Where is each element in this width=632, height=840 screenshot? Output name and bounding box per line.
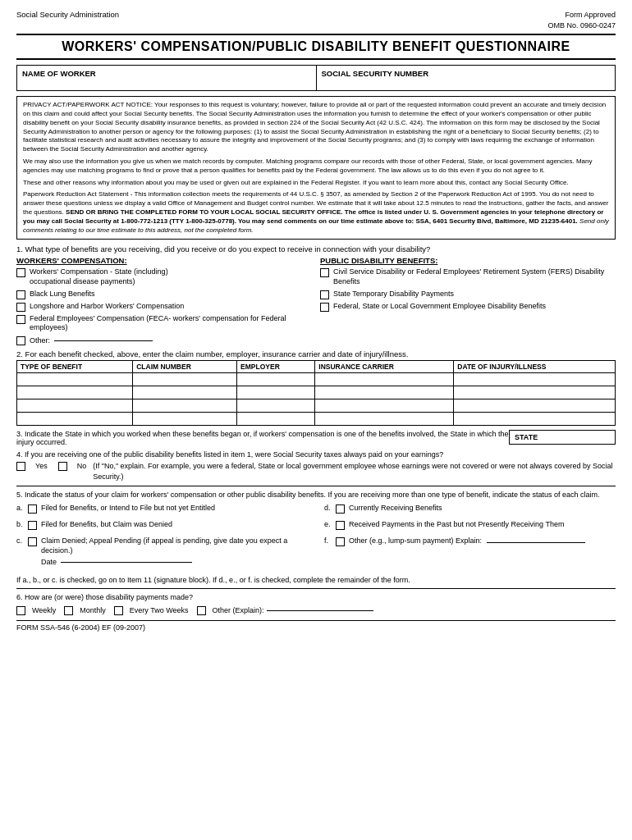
q1-text: What type of benefits are you receiving,… xyxy=(25,244,431,253)
q4-no-checkbox[interactable] xyxy=(58,462,67,471)
q5-col-right: d. Currently Receiving Benefits e. Recei… xyxy=(324,504,616,573)
question-6: 6. How are (or were) those disability pa… xyxy=(16,593,616,615)
q6-other-checkbox[interactable] xyxy=(197,606,206,615)
q6-monthly-label: Monthly xyxy=(80,606,106,614)
main-title: WORKERS' COMPENSATION/PUBLIC DISABILITY … xyxy=(16,34,616,60)
q1-cb-2[interactable] xyxy=(16,290,25,299)
q5-cb-d[interactable] xyxy=(336,504,345,514)
q5-explain-line xyxy=(487,542,585,543)
q4-yes-label: Yes xyxy=(35,462,48,470)
question-2: 2. For each benefit checked, above, ente… xyxy=(16,349,616,426)
q4-section: 4. If you are receiving one of the publi… xyxy=(16,450,616,482)
q5-cb-a[interactable] xyxy=(28,504,37,514)
workers-comp-header: WORKERS' COMPENSATION: xyxy=(16,256,312,265)
form-approved-block: Form Approved OMB No. 0960-0247 xyxy=(547,10,616,30)
name-label: NAME OF WORKER xyxy=(17,66,317,90)
agency-name: Social Security Administration xyxy=(16,10,119,19)
q1-r-cb-1[interactable] xyxy=(320,268,329,277)
privacy-box: PRIVACY ACT/PAPERWORK ACT NOTICE: Your r… xyxy=(16,96,616,240)
divider-1 xyxy=(16,486,616,486)
privacy-p4-text: Paperwork Reduction Act Statement - This… xyxy=(23,190,609,233)
q6-cb-biweekly: Every Two Weeks xyxy=(114,605,189,615)
header-row: Social Security Administration Form Appr… xyxy=(16,10,616,30)
table-header-row: TYPE OF BENEFIT CLAIM NUMBER EMPLOYER IN… xyxy=(17,361,616,373)
q1-r-cb-2[interactable] xyxy=(320,290,329,299)
q5-cb-f[interactable] xyxy=(336,537,345,546)
q6-text: How are (or were) those disability payme… xyxy=(25,593,193,601)
privacy-p3: These and other reasons why information … xyxy=(23,179,609,188)
q5-letter-e: e. xyxy=(324,520,336,528)
q5-section: 5. Indicate the status of your claim for… xyxy=(16,491,616,499)
q5-letter-a: a. xyxy=(16,504,28,512)
q5-cb-b[interactable] xyxy=(28,521,37,530)
q1-two-col: WORKERS' COMPENSATION: Workers' Compensa… xyxy=(16,256,616,345)
q4-explain: (If "No," explain. For example, you were… xyxy=(93,461,616,482)
q5-date-row: Date xyxy=(41,558,308,568)
q1-r-cb-text-2: State Temporary Disability Payments xyxy=(333,290,616,299)
q2-text: For each benefit checked, above, enter t… xyxy=(25,349,409,358)
q1-number: 1. xyxy=(16,244,23,253)
q5-item-b: b. Filed for Benefits, but Claim was Den… xyxy=(16,520,308,530)
col-employer: EMPLOYER xyxy=(237,361,315,373)
q1-r-cb-row-2: State Temporary Disability Payments xyxy=(320,290,616,299)
q6-monthly-checkbox[interactable] xyxy=(64,606,73,615)
q4-yn-row: Yes No (If "No," explain. For example, y… xyxy=(16,461,616,482)
table-row xyxy=(17,413,616,426)
q5-text-e: Received Payments in the Past but not Pr… xyxy=(349,520,616,530)
form-approved-label: Form Approved xyxy=(565,11,616,19)
q4-yes-checkbox[interactable] xyxy=(16,462,25,471)
q5-text-f: Other (e.g., lump-sum payment) Explain: xyxy=(349,536,616,546)
q6-cb-monthly: Monthly xyxy=(64,605,106,615)
q5-text-d: Currently Receiving Benefits xyxy=(349,504,616,514)
q1-cb-1[interactable] xyxy=(16,268,25,277)
q1-cb-row-4: Federal Employees' Compensation (FECA- w… xyxy=(16,314,312,333)
q5-grid: a. Filed for Benefits, or Intend to File… xyxy=(16,504,616,573)
q5-text-c: Claim Denied; Appeal Pending (if appeal … xyxy=(41,536,308,567)
q5-text-a: Filed for Benefits, or Intend to File bu… xyxy=(41,504,308,514)
q4-checkboxes: Yes No xyxy=(16,461,86,471)
q5-col-left: a. Filed for Benefits, or Intend to File… xyxy=(16,504,308,573)
q5-item-d: d. Currently Receiving Benefits xyxy=(324,504,616,514)
divider-2 xyxy=(16,588,616,589)
col-date: DATE OF INJURY/ILLNESS xyxy=(454,361,616,373)
q1-cb-other[interactable] xyxy=(16,336,25,345)
q5-item-a: a. Filed for Benefits, or Intend to File… xyxy=(16,504,308,514)
state-label: STATE xyxy=(515,433,538,441)
q6-weekly-label: Weekly xyxy=(32,606,56,614)
q4-no-label: No xyxy=(77,462,87,470)
q1-other-row: Other: xyxy=(16,336,312,345)
question-3: 3. Indicate the State in which you worke… xyxy=(16,430,616,446)
q4-number: 4. xyxy=(16,450,23,459)
q5-text-b: Filed for Benefits, but Claim was Denied xyxy=(41,520,308,530)
q6-other-label: Other (Explain): xyxy=(213,606,264,614)
q1-other-label: Other: xyxy=(30,336,50,345)
q1-cb-3[interactable] xyxy=(16,303,25,312)
table-row xyxy=(17,399,616,413)
q5-letter-f: f. xyxy=(324,536,336,545)
footer-text: FORM SSA-546 (6-2004) EF (09-2007) xyxy=(16,623,145,632)
q5-cb-c[interactable] xyxy=(28,537,37,546)
q5-cb-e[interactable] xyxy=(336,521,345,530)
q1-cb-text-4: Federal Employees' Compensation (FECA- w… xyxy=(30,314,312,333)
q1-right-col: PUBLIC DISABILITY BENEFITS: Civil Servic… xyxy=(320,256,616,345)
q5-letter-c: c. xyxy=(16,536,28,545)
q3-text: 3. Indicate the State in which you worke… xyxy=(16,430,509,446)
q1-r-cb-3[interactable] xyxy=(320,303,329,312)
q1-cb-4[interactable] xyxy=(16,315,25,324)
col-claim: CLAIM NUMBER xyxy=(133,361,237,373)
q5-item-e: e. Received Payments in the Past but not… xyxy=(324,520,616,530)
privacy-p2: We may also use the information you give… xyxy=(23,158,609,176)
q5-if-abc-note: If a., b., or c. is checked, go on to It… xyxy=(16,576,616,584)
q1-label: 1. What type of benefits are you receivi… xyxy=(16,244,616,253)
q6-weekly-checkbox[interactable] xyxy=(16,606,25,615)
benefit-table: TYPE OF BENEFIT CLAIM NUMBER EMPLOYER IN… xyxy=(16,360,616,426)
question-4: 4. If you are receiving one of the publi… xyxy=(16,450,616,482)
q1-r-cb-row-3: Federal, State or Local Government Emplo… xyxy=(320,302,616,312)
q6-biweekly-checkbox[interactable] xyxy=(114,606,123,615)
q6-other-explain: Other (Explain): xyxy=(197,605,373,615)
q3-number: 3. xyxy=(16,430,23,438)
q1-cb-text-3: Longshore and Harbor Workers' Compensati… xyxy=(30,302,312,312)
q6-checkboxes: Weekly Monthly Every Two Weeks Other (Ex… xyxy=(16,605,616,615)
q1-cb-row-1: Workers' Compensation - State (including… xyxy=(16,267,312,286)
q5-item-f: f. Other (e.g., lump-sum payment) Explai… xyxy=(324,536,616,546)
